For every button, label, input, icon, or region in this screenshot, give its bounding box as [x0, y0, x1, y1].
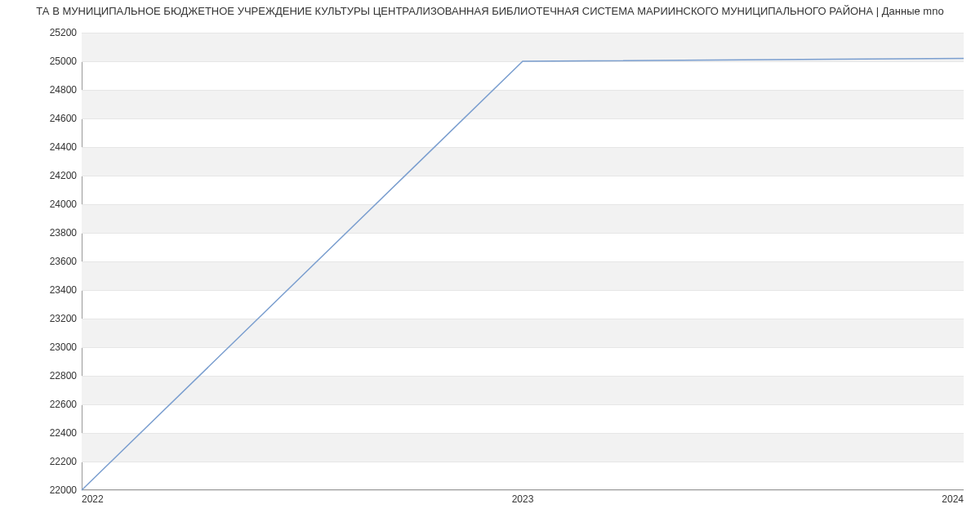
- y-tick-label: 24800: [11, 84, 77, 96]
- plot-area: [82, 33, 964, 490]
- x-tick-label: 2023: [512, 493, 534, 505]
- y-tick-label: 23000: [11, 341, 77, 353]
- y-tick-label: 24000: [11, 199, 77, 210]
- y-tick-label: 23200: [11, 313, 77, 324]
- series-line: [82, 59, 964, 491]
- x-tick-label: 2024: [942, 493, 964, 505]
- y-tick-label: 24400: [11, 141, 77, 153]
- y-tick-label: 23400: [11, 284, 77, 296]
- grid-line: [82, 490, 964, 491]
- y-tick-label: 22400: [11, 427, 77, 439]
- y-tick-label: 22800: [11, 370, 77, 382]
- y-tick-label: 24200: [11, 170, 77, 181]
- x-tick-label: 2022: [82, 493, 104, 505]
- line-layer: [82, 33, 964, 490]
- y-tick-label: 23600: [11, 256, 77, 267]
- y-tick-label: 22000: [11, 484, 77, 496]
- y-tick-label: 23800: [11, 227, 77, 239]
- y-tick-label: 25000: [11, 56, 77, 67]
- chart-container: ТА В МУНИЦИПАЛЬНОЕ БЮДЖЕТНОЕ УЧРЕЖДЕНИЕ …: [0, 0, 980, 531]
- y-tick-label: 22600: [11, 399, 77, 410]
- y-tick-label: 24600: [11, 113, 77, 124]
- y-tick-label: 22200: [11, 456, 77, 467]
- y-tick-label: 25200: [11, 27, 77, 38]
- chart-title: ТА В МУНИЦИПАЛЬНОЕ БЮДЖЕТНОЕ УЧРЕЖДЕНИЕ …: [0, 5, 980, 17]
